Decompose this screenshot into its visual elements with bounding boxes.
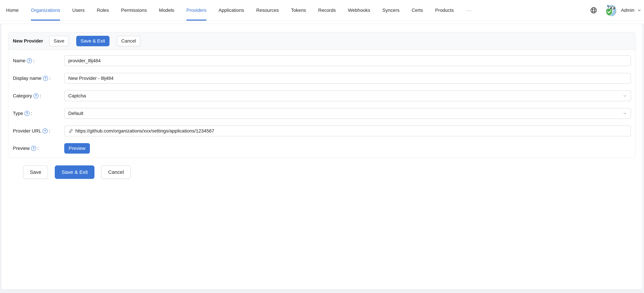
help-icon[interactable]: ? bbox=[42, 128, 48, 133]
user-name: Admin bbox=[621, 7, 634, 13]
page-title: New Provider bbox=[13, 38, 43, 44]
help-icon[interactable]: ? bbox=[31, 146, 36, 151]
provider-edit-panel: New Provider Save Save & Exit Cancel Nam… bbox=[1, 24, 643, 290]
form-row-preview: Preview ? : Preview bbox=[13, 143, 631, 154]
preview-button[interactable]: Preview bbox=[64, 143, 90, 154]
card-header: New Provider Save Save & Exit Cancel bbox=[8, 32, 636, 50]
nav-item-label: Records bbox=[318, 7, 336, 13]
save-and-exit-button[interactable]: Save & Exit bbox=[55, 165, 94, 179]
cancel-button[interactable]: Cancel bbox=[101, 165, 130, 179]
nav-item-label: Certs bbox=[412, 7, 423, 13]
nav-item-label: Users bbox=[72, 7, 84, 13]
globe-icon bbox=[590, 6, 597, 14]
main-menu: Home Organizations Users Roles Permissio… bbox=[0, 0, 478, 20]
nav-item-label: Permissions bbox=[121, 7, 147, 13]
name-input[interactable] bbox=[64, 55, 631, 66]
nav-item-home[interactable]: Home bbox=[0, 0, 25, 20]
nav-item-label: Roles bbox=[97, 7, 109, 13]
cancel-button[interactable]: Cancel bbox=[117, 36, 140, 46]
save-button[interactable]: Save bbox=[49, 36, 69, 46]
form-row-name: Name ? : bbox=[13, 55, 631, 66]
nav-item-tokens[interactable]: Tokens bbox=[285, 0, 312, 20]
form-row-category: Category ? : Captcha bbox=[13, 90, 631, 101]
chevron-down-icon bbox=[623, 111, 627, 115]
nav-item-organizations[interactable]: Organizations bbox=[25, 0, 66, 20]
nav-item-syncers[interactable]: Syncers bbox=[376, 0, 406, 20]
nav-item-label: Webhooks bbox=[348, 7, 370, 13]
top-navigation: Home Organizations Users Roles Permissio… bbox=[0, 0, 644, 21]
name-label: Name ? : bbox=[13, 58, 64, 63]
page-content: New Provider Save Save & Exit Cancel Nam… bbox=[0, 24, 644, 293]
nav-item-roles[interactable]: Roles bbox=[91, 0, 115, 20]
nav-overflow-button[interactable]: ··· bbox=[460, 0, 478, 20]
ellipsis-icon: ··· bbox=[466, 7, 472, 13]
nav-item-products[interactable]: Products bbox=[429, 0, 460, 20]
language-button[interactable] bbox=[590, 6, 597, 14]
footer-actions: Save Save & Exit Cancel bbox=[23, 165, 636, 179]
provider-url-label: Provider URL ? : bbox=[13, 128, 64, 134]
form-row-display-name: Display name ? : bbox=[13, 73, 631, 84]
nav-item-resources[interactable]: Resources bbox=[250, 0, 285, 20]
nav-item-records[interactable]: Records bbox=[312, 0, 342, 20]
nav-item-models[interactable]: Models bbox=[153, 0, 180, 20]
nav-item-label: Applications bbox=[218, 7, 244, 13]
provider-edit-page: { "nav": { "items": [ {"label": "Home", … bbox=[0, 0, 644, 293]
provider-url-field bbox=[64, 126, 631, 136]
type-select[interactable]: Default bbox=[64, 108, 631, 119]
nav-item-label: Products bbox=[435, 7, 454, 13]
help-icon[interactable]: ? bbox=[43, 76, 48, 81]
preview-label: Preview ? : bbox=[13, 146, 64, 151]
nav-item-webhooks[interactable]: Webhooks bbox=[342, 0, 376, 20]
nav-item-certs[interactable]: Certs bbox=[406, 0, 429, 20]
type-label: Type ? : bbox=[13, 111, 64, 116]
save-button[interactable]: Save bbox=[23, 165, 48, 179]
category-select[interactable]: Captcha bbox=[64, 90, 631, 101]
nav-item-applications[interactable]: Applications bbox=[212, 0, 250, 20]
display-name-label: Display name ? : bbox=[13, 76, 64, 81]
nav-item-permissions[interactable]: Permissions bbox=[115, 0, 153, 20]
help-icon[interactable]: ? bbox=[34, 93, 38, 98]
header-actions: Save Save & Exit Cancel bbox=[49, 36, 140, 46]
nav-item-label: Syncers bbox=[382, 7, 400, 13]
nav-item-providers[interactable]: Providers bbox=[180, 0, 212, 20]
help-icon[interactable]: ? bbox=[24, 111, 30, 116]
avatar bbox=[605, 4, 618, 17]
nav-item-label: Resources bbox=[256, 7, 279, 13]
nav-item-users[interactable]: Users bbox=[66, 0, 90, 20]
display-name-input[interactable] bbox=[64, 73, 631, 84]
help-icon[interactable]: ? bbox=[27, 58, 32, 63]
account-menu[interactable]: Admin bbox=[605, 4, 641, 17]
provider-form: Name ? : Display name ? : bbox=[8, 50, 636, 158]
nav-item-label: Providers bbox=[186, 7, 206, 13]
save-and-exit-button[interactable]: Save & Exit bbox=[76, 36, 110, 46]
form-row-type: Type ? : Default bbox=[13, 108, 631, 119]
link-icon bbox=[68, 128, 73, 133]
nav-item-label: Models bbox=[159, 7, 174, 13]
new-provider-card: New Provider Save Save & Exit Cancel Nam… bbox=[8, 32, 636, 158]
nav-item-label: Home bbox=[6, 7, 19, 13]
provider-url-input[interactable] bbox=[75, 126, 627, 136]
chevron-down-icon bbox=[623, 94, 627, 98]
nav-right-tools: Admin bbox=[590, 0, 644, 20]
nav-item-label: Tokens bbox=[291, 7, 306, 13]
category-label: Category ? : bbox=[13, 93, 64, 99]
form-row-provider-url: Provider URL ? : bbox=[13, 126, 631, 136]
nav-item-label: Organizations bbox=[31, 7, 60, 13]
chevron-down-icon bbox=[638, 8, 641, 12]
